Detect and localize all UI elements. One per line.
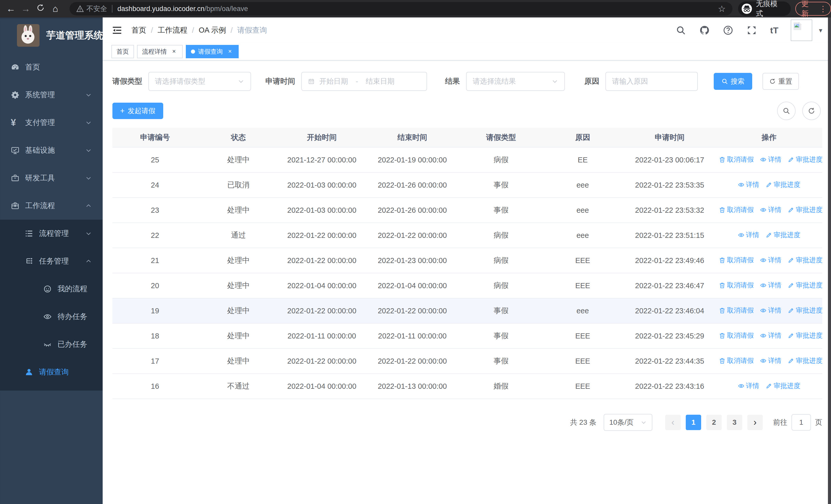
search-button[interactable]: 搜索 (714, 73, 752, 90)
prev-page-button[interactable]: ‹ (665, 415, 681, 430)
detail-link[interactable]: 详情 (738, 231, 760, 239)
logo[interactable]: 芋道管理系统 (0, 18, 103, 53)
sidebar-item[interactable]: 已办任务 (0, 330, 103, 358)
action-label: 详情 (768, 331, 781, 340)
address-bar[interactable]: 不安全 dashboard.yudao.iocoder.cn/bpm/oa/le… (69, 2, 733, 16)
cancel-leave-link[interactable]: 取消请假 (719, 256, 754, 265)
page-button-3[interactable]: 3 (727, 415, 742, 430)
breadcrumb-item[interactable]: OA 示例 (199, 25, 226, 35)
approval-progress-link[interactable]: 审批进度 (787, 256, 823, 265)
browser-menu-icon[interactable]: ⋮ (819, 4, 827, 13)
sidebar-item[interactable]: 研发工具 (0, 164, 103, 192)
update-button[interactable]: 更新 ⋮ (795, 2, 831, 16)
result-select[interactable]: 请选择流结果 (466, 72, 565, 91)
cancel-leave-link[interactable]: 取消请假 (719, 205, 754, 214)
avatar-caret-icon[interactable]: ▾ (819, 26, 822, 34)
sidebar-item[interactable]: 请假查询 (0, 358, 103, 386)
forward-icon[interactable]: → (19, 3, 33, 14)
security-label[interactable]: 不安全 (86, 4, 107, 13)
table-refresh-button[interactable] (802, 101, 821, 120)
detail-link[interactable]: 详情 (760, 281, 781, 290)
bookmark-star-icon[interactable]: ☆ (718, 4, 725, 14)
detail-link[interactable]: 详情 (738, 381, 760, 390)
url-path[interactable]: /bpm/oa/leave (204, 5, 248, 13)
avatar[interactable] (791, 20, 812, 41)
view-tab[interactable]: 流程详情× (137, 45, 183, 58)
start-date-placeholder[interactable]: 开始日期 (319, 77, 348, 86)
detail-link[interactable]: 详情 (760, 155, 781, 164)
search-icon[interactable] (676, 25, 686, 35)
chevron-down-icon (640, 419, 647, 425)
apply-time-range[interactable]: 开始日期 - 结束日期 (301, 72, 427, 91)
page-button-2[interactable]: 2 (706, 415, 722, 430)
cancel-leave-link[interactable]: 取消请假 (719, 155, 754, 164)
sidebar-item[interactable]: 首页 (0, 53, 103, 81)
scrollbar[interactable] (828, 18, 831, 504)
reset-button[interactable]: 重置 (763, 73, 799, 90)
sidebar-item[interactable]: 工作流程 (0, 192, 103, 220)
page-size-select[interactable]: 10条/页 (604, 414, 652, 431)
logo-avatar (17, 24, 39, 47)
sidebar-submenu: 我的流程待办任务已办任务 (0, 275, 103, 358)
breadcrumb-item[interactable]: 首页 (132, 25, 146, 35)
sidebar-item[interactable]: 待办任务 (0, 303, 103, 330)
cancel-leave-link[interactable]: 取消请假 (719, 281, 754, 290)
approval-progress-link[interactable]: 审批进度 (766, 381, 800, 390)
table-search-toggle-button[interactable] (777, 101, 796, 120)
back-icon[interactable]: ← (4, 3, 19, 14)
help-icon[interactable] (723, 25, 733, 35)
close-icon[interactable]: × (226, 48, 233, 55)
sidebar-item-label: 系统管理 (25, 90, 55, 100)
sidebar-submenu: 流程管理任务管理我的流程待办任务已办任务请假查询 (0, 220, 103, 391)
fullscreen-icon[interactable] (747, 25, 757, 35)
close-icon[interactable]: × (170, 48, 178, 55)
sidebar-item[interactable]: 我的流程 (0, 275, 103, 303)
breadcrumb-item[interactable]: 工作流程 (157, 25, 188, 35)
sidebar-item[interactable]: 任务管理 (0, 247, 103, 275)
sidebar-item-label: 我的流程 (57, 284, 87, 294)
approval-progress-link[interactable]: 审批进度 (766, 231, 800, 239)
page-button-1[interactable]: 1 (686, 415, 701, 430)
leave-type-select[interactable]: 请选择请假类型 (148, 72, 251, 91)
view-tab[interactable]: 请假查询× (186, 45, 239, 58)
column-header: 开始时间 (279, 128, 365, 147)
cell-end: 2022-01-22 00:00:00 (365, 349, 460, 374)
cancel-leave-link[interactable]: 取消请假 (719, 331, 754, 340)
cell-end: 2022-01-04 00:00:00 (365, 273, 460, 298)
sidebar-item[interactable]: 流程管理 (0, 220, 103, 247)
sidebar-item[interactable]: 基础设施 (0, 137, 103, 164)
action-label: 详情 (746, 381, 760, 390)
goto-page-input[interactable]: 1 (792, 414, 811, 431)
cancel-leave-link[interactable]: 取消请假 (719, 356, 754, 365)
tags-bar: 首页流程详情×请假查询× (103, 43, 831, 61)
detail-link[interactable]: 详情 (760, 306, 781, 315)
next-page-button[interactable]: › (747, 415, 763, 430)
sidebar-fold-icon[interactable] (111, 25, 123, 36)
reason-input[interactable]: 请输入原因 (605, 72, 698, 91)
detail-link[interactable]: 详情 (760, 256, 781, 265)
approval-progress-link[interactable]: 审批进度 (787, 331, 823, 340)
action-label: 详情 (768, 256, 781, 265)
detail-link[interactable]: 详情 (760, 331, 781, 340)
detail-link[interactable]: 详情 (738, 180, 760, 189)
cancel-leave-link[interactable]: 取消请假 (719, 306, 754, 315)
sidebar-item[interactable]: ¥支付管理 (0, 109, 103, 137)
approval-progress-link[interactable]: 审批进度 (787, 205, 823, 214)
end-date-placeholder[interactable]: 结束日期 (366, 77, 395, 86)
table-tools (777, 101, 821, 120)
reload-icon[interactable] (33, 3, 48, 14)
sidebar-item[interactable]: 系统管理 (0, 81, 103, 109)
approval-progress-link[interactable]: 审批进度 (787, 155, 823, 164)
detail-link[interactable]: 详情 (760, 356, 781, 365)
github-icon[interactable] (699, 25, 710, 35)
url-host[interactable]: dashboard.yudao.iocoder.cn (118, 5, 204, 13)
approval-progress-link[interactable]: 审批进度 (787, 306, 823, 315)
approval-progress-link[interactable]: 审批进度 (787, 281, 823, 290)
view-tab[interactable]: 首页 (111, 45, 134, 58)
create-leave-button[interactable]: + 发起请假 (112, 102, 163, 119)
detail-link[interactable]: 详情 (760, 205, 781, 214)
font-size-icon[interactable]: tT (770, 25, 778, 35)
home-icon[interactable]: ⌂ (48, 3, 63, 14)
approval-progress-link[interactable]: 审批进度 (766, 180, 800, 189)
approval-progress-link[interactable]: 审批进度 (787, 356, 823, 365)
